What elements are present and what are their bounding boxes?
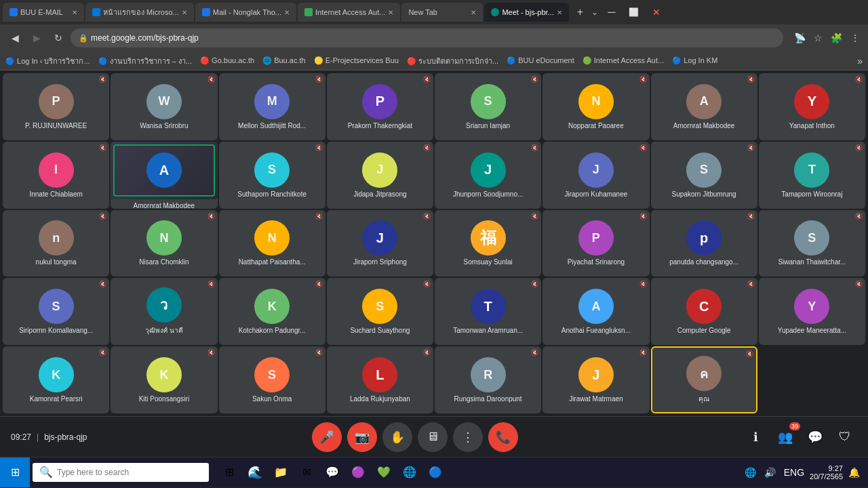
- participant-avatar: S: [254, 357, 290, 392]
- minimize-button[interactable]: ─: [602, 5, 620, 20]
- close-window-button[interactable]: ✕: [647, 5, 666, 19]
- cast-icon[interactable]: 📡: [791, 30, 808, 46]
- participant-tile: 🔇JJiraporn Sriphong: [327, 210, 433, 277]
- participant-name: Mellon Sudthijitt Rod...: [235, 122, 309, 129]
- participant-tile: 🔇TTamonwan Aramruan...: [435, 278, 541, 345]
- participant-avatar: T: [794, 152, 829, 188]
- tab-close-icon[interactable]: ✕: [284, 9, 290, 16]
- participant-name: Nisara Chomklin: [136, 258, 191, 266]
- tab-close-icon[interactable]: ✕: [471, 9, 476, 16]
- notifications-icon[interactable]: 🔔: [846, 464, 863, 481]
- mute-status-icon: 🔇: [747, 144, 755, 151]
- bookmark-service[interactable]: 🔵 งานบริการวิชาการ – งา...: [98, 55, 192, 67]
- back-button[interactable]: ◀: [5, 28, 24, 47]
- mute-status-icon: 🔇: [423, 76, 431, 83]
- participant-name: Amornrat Makbodee: [671, 122, 738, 129]
- file-explorer-app[interactable]: 📁: [269, 460, 293, 485]
- tab-microsoft[interactable]: หน้าแรกของ Microso... ✕: [85, 3, 194, 22]
- end-call-icon: 📞: [496, 430, 511, 445]
- bookmark-buu[interactable]: 🌐 Buu.ac.th: [262, 56, 306, 65]
- messenger-app[interactable]: 💬: [320, 460, 344, 485]
- tab-mail[interactable]: Mail - Nonglak Tho... ✕: [195, 3, 296, 22]
- sound-icon[interactable]: 🔊: [762, 464, 778, 481]
- tab-close-icon[interactable]: ✕: [557, 9, 562, 16]
- line-app[interactable]: 💚: [372, 460, 396, 485]
- teams-app[interactable]: 🟣: [346, 460, 370, 485]
- info-button[interactable]: ℹ: [743, 425, 768, 449]
- bookmark-eproject[interactable]: 🟡 E-Projectservices Buu: [314, 56, 399, 65]
- menu-icon[interactable]: ⋮: [848, 30, 863, 46]
- start-button[interactable]: ⊞: [0, 458, 30, 487]
- tab-list-button[interactable]: ⌄: [591, 7, 598, 17]
- more-options-button[interactable]: ⋮: [453, 422, 483, 452]
- participant-tile: 🔇YYupadee Maneeratta...: [759, 278, 865, 345]
- bookmark-loginkm[interactable]: 🔵 Log In KM: [672, 56, 717, 65]
- mic-off-icon: 🎤: [319, 430, 334, 445]
- participant-avatar: K: [39, 357, 74, 392]
- camera-button[interactable]: 📷: [347, 422, 377, 452]
- participant-name: Jhunporn Soodjumno...: [450, 190, 526, 198]
- tab-close-icon[interactable]: ✕: [182, 9, 187, 16]
- bookmark-edoc[interactable]: 🔵 BUU eDocument: [507, 56, 574, 65]
- participant-avatar: C: [686, 289, 722, 324]
- network-icon[interactable]: 🌐: [742, 464, 759, 481]
- browser-actions: 📡 ☆ 🧩 ⋮: [791, 30, 863, 46]
- participant-avatar: A: [578, 289, 614, 324]
- language-icon[interactable]: ENG: [781, 464, 807, 481]
- participant-tile: 🔇SSakun Onma: [219, 346, 326, 413]
- search-input[interactable]: [57, 468, 193, 477]
- mute-status-icon: 🔇: [531, 349, 538, 356]
- participant-tile: 🔇NNisara Chomklin: [111, 210, 217, 277]
- mail-app[interactable]: ✉: [294, 460, 319, 485]
- raise-hand-button[interactable]: ✋: [382, 422, 412, 452]
- chat-button[interactable]: 💬: [803, 425, 827, 449]
- tab-close-icon[interactable]: ✕: [388, 9, 393, 16]
- bookmarks-expand[interactable]: »: [857, 56, 863, 66]
- tab-close-icon[interactable]: ✕: [72, 9, 77, 16]
- forward-button[interactable]: ▶: [27, 28, 46, 47]
- meeting-time: 09:27: [11, 432, 31, 442]
- tab-bar: BUU E-MAIL ✕ หน้าแรกของ Microso... ✕ Mai…: [0, 0, 868, 24]
- star-icon[interactable]: ☆: [811, 30, 825, 46]
- participant-name: Jirawat Matrmaen: [566, 395, 625, 403]
- mute-status-icon: 🔇: [99, 349, 106, 356]
- tab-buu-email[interactable]: BUU E-MAIL ✕: [3, 3, 84, 22]
- participant-tile: 🔇福Somsuay Sunlai: [435, 210, 541, 277]
- end-call-button[interactable]: 📞: [488, 422, 518, 452]
- mute-status-icon: 🔇: [639, 281, 647, 287]
- address-bar[interactable]: 🔒 meet.google.com/bjs-pbra-qjp: [71, 28, 783, 47]
- tab-meet[interactable]: Meet - bjs-pbr... ✕: [484, 3, 568, 22]
- participants-button[interactable]: 👥 39: [773, 425, 797, 449]
- ie-app[interactable]: 🌐: [397, 460, 422, 485]
- participant-tile: 🔇YYanapat Inthon: [759, 73, 865, 140]
- reload-button[interactable]: ↻: [49, 28, 68, 47]
- participant-avatar: Y: [794, 289, 829, 324]
- participant-avatar: J: [578, 357, 614, 392]
- edge-app[interactable]: 🌊: [243, 460, 267, 485]
- participant-avatar: ว: [146, 287, 182, 323]
- task-view-button[interactable]: ⊞: [217, 460, 241, 485]
- participant-avatar: N: [146, 220, 182, 256]
- search-bar-container[interactable]: 🔍: [33, 463, 209, 482]
- bookmark-internet[interactable]: 🟢 Internet Access Aut...: [583, 56, 664, 65]
- activities-button[interactable]: 🛡: [833, 425, 857, 449]
- participant-tile: 🔇PPrakorn Thakerngkiat: [327, 73, 433, 140]
- tab-new-tab[interactable]: New Tab ✕: [401, 3, 483, 22]
- mute-status-icon: 🔇: [855, 281, 863, 287]
- system-time[interactable]: 9:27 20/7/2565: [810, 464, 843, 481]
- present-button[interactable]: 🖥: [418, 422, 448, 452]
- mute-button[interactable]: 🎤: [312, 422, 342, 452]
- new-tab-button[interactable]: +: [573, 5, 587, 20]
- present-icon: 🖥: [427, 430, 439, 444]
- tab-internet-access[interactable]: Internet Access Aut... ✕: [298, 3, 400, 22]
- extensions-icon[interactable]: 🧩: [828, 30, 845, 46]
- bookmark-budget[interactable]: 🔴 ระบบติดตามการเบิกจ่า...: [407, 55, 498, 67]
- participant-tile: 🔇ppanutda changsango...: [651, 210, 757, 277]
- chrome-app[interactable]: 🔵: [423, 460, 448, 485]
- maximize-button[interactable]: ⬜: [625, 6, 643, 18]
- bookmark-gobuu[interactable]: 🔴 Go.buu.ac.th: [200, 56, 254, 65]
- participant-tile: 🔇KKamonrat Pearsri: [3, 346, 109, 413]
- bookmark-log-in[interactable]: 🔵 Log In ‹ บริการวิชาก...: [5, 55, 90, 67]
- mute-status-icon: 🔇: [747, 281, 755, 287]
- participant-tile: 🔇SSriarun Iamjan: [435, 73, 541, 140]
